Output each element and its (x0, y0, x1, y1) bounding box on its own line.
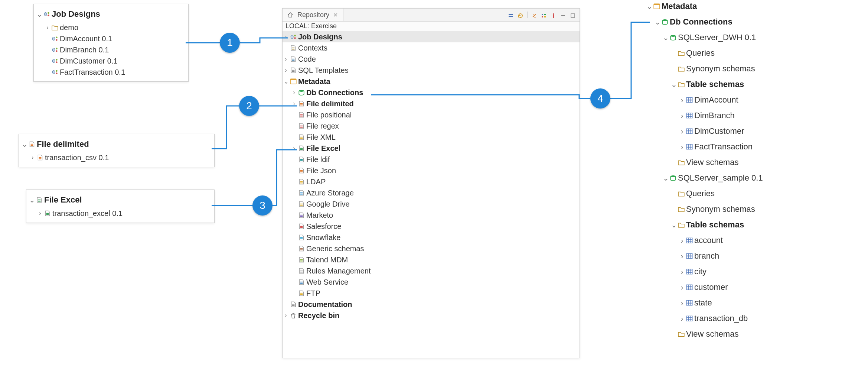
tree-item[interactable]: ›DimAccount (646, 92, 858, 108)
expand-icon[interactable]: ⌄ (29, 195, 35, 204)
expand-icon[interactable]: ⌄ (662, 174, 669, 182)
tree-item[interactable]: Snowflake (283, 232, 580, 243)
tree-item[interactable]: ›DimCustomer (646, 123, 858, 139)
expand-icon[interactable]: › (679, 314, 685, 323)
tree-item[interactable]: ⌄Db Connections (646, 14, 858, 30)
refresh-icon[interactable] (518, 12, 523, 18)
tree-item[interactable]: DimAccount 0.1 (36, 33, 185, 44)
expand-icon[interactable]: › (679, 127, 685, 136)
tree-item[interactable]: ›File delimited (283, 98, 580, 109)
tree-item[interactable]: ›File Excel (283, 143, 580, 154)
tree-item[interactable]: Azure Storage (283, 187, 580, 198)
expand-icon[interactable]: › (679, 143, 685, 151)
expand-icon[interactable]: › (679, 299, 685, 307)
tree-item[interactable]: ›Job Designs (283, 31, 580, 42)
tree-item[interactable]: File ldif (283, 154, 580, 165)
tree-item[interactable]: Web Service (283, 276, 580, 288)
expand-icon[interactable]: ⌄ (670, 220, 677, 229)
tree-item[interactable]: LDAP (283, 176, 580, 187)
expand-icon[interactable]: ⌄ (646, 2, 653, 11)
svg-rect-53 (300, 272, 303, 272)
minimize-icon[interactable] (560, 12, 566, 18)
tree-item[interactable]: Google Drive (283, 198, 580, 210)
expand-icon[interactable]: › (679, 111, 685, 120)
expand-icon[interactable]: ⌄ (36, 10, 43, 19)
expand-icon[interactable]: ⌄ (21, 140, 28, 149)
tree-item[interactable]: ›SQL Templates (283, 65, 580, 76)
tree-item[interactable]: ›demo (36, 22, 185, 33)
tree-item[interactable]: ›customer (646, 279, 858, 295)
close-icon[interactable]: ✕ (333, 12, 338, 19)
tree-item[interactable]: ›branch (646, 248, 858, 264)
expand-icon[interactable]: › (291, 89, 297, 96)
repository-tab[interactable]: Repository ✕ (283, 9, 343, 21)
tree-item[interactable]: Rules Management (283, 265, 580, 276)
expand-icon[interactable]: › (679, 236, 685, 245)
tree-item[interactable]: ›Recycle bin (283, 310, 580, 321)
tree-item[interactable]: ›FactTransaction (646, 139, 858, 155)
tree-item[interactable]: ›state (646, 295, 858, 311)
tree-item[interactable]: ⌄Metadata (283, 76, 580, 87)
expand-icon[interactable]: › (679, 252, 685, 260)
tree-item[interactable]: FactTransaction 0.1 (36, 67, 185, 78)
expand-icon[interactable]: › (29, 154, 36, 161)
svg-rect-43 (300, 216, 303, 217)
tree-item[interactable]: Queries (646, 186, 858, 201)
tree-item[interactable]: File positional (283, 109, 580, 120)
tree-item[interactable]: ›city (646, 264, 858, 279)
tree-item[interactable]: File XML (283, 132, 580, 143)
tree-item[interactable]: ›DimBranch (646, 108, 858, 123)
tree-item[interactable]: Synonym schemas (646, 201, 858, 217)
expand-icon[interactable]: › (679, 283, 685, 292)
expand-icon[interactable]: › (679, 96, 685, 104)
tree-item[interactable]: ⌄Table schemas (646, 77, 858, 92)
expand-icon[interactable]: › (44, 24, 51, 31)
tree-item[interactable]: File regex (283, 120, 580, 132)
expand-icon[interactable]: › (679, 268, 685, 276)
expand-icon[interactable]: › (37, 210, 43, 217)
tree-item[interactable]: ⌄SQLServer_sample 0.1 (646, 170, 858, 186)
expand-icon[interactable]: › (283, 312, 289, 319)
tree-item[interactable]: ⌄Job Designs (36, 6, 185, 22)
activate-icon[interactable] (551, 12, 557, 18)
tree-item[interactable]: ›transaction_csv 0.1 (21, 152, 211, 163)
expand-icon[interactable]: ⌄ (670, 80, 677, 89)
tree-item[interactable]: ⌄File Excel (29, 192, 211, 208)
tree-item[interactable]: Contexts (283, 42, 580, 54)
tree-item[interactable]: DimCustomer 0.1 (36, 55, 185, 67)
tree-item[interactable]: View schemas (646, 155, 858, 170)
link-icon[interactable] (531, 12, 537, 18)
tree-item[interactable]: Documentation (283, 299, 580, 310)
expand-icon[interactable]: › (291, 145, 297, 152)
tree-item[interactable]: ›transaction_excel 0.1 (29, 208, 211, 219)
tree-item[interactable]: ⌄Metadata (646, 0, 858, 14)
tree-item[interactable]: View schemas (646, 326, 858, 342)
tree-item[interactable]: ›transaction_db (646, 311, 858, 326)
tree-item[interactable]: ›Db Connections (283, 87, 580, 98)
tree-item[interactable]: Generic schemas (283, 243, 580, 254)
expand-icon[interactable]: › (283, 33, 289, 40)
tree-item[interactable]: ⌄File delimited (21, 136, 211, 152)
expand-icon[interactable]: › (283, 67, 289, 74)
tree-item[interactable]: Synonym schemas (646, 61, 858, 77)
filter-icon[interactable] (541, 12, 547, 18)
tree-item[interactable]: DimBranch 0.1 (36, 44, 185, 55)
tree-item[interactable]: Queries (646, 45, 858, 61)
expand-icon[interactable]: › (291, 100, 297, 107)
svg-rect-50 (300, 259, 303, 260)
tree-item[interactable]: ›account (646, 233, 858, 248)
expand-icon[interactable]: ⌄ (283, 78, 289, 85)
tree-item[interactable]: Talend MDM (283, 254, 580, 265)
tree-item[interactable]: FTP (283, 288, 580, 299)
expand-icon[interactable]: ⌄ (662, 33, 669, 42)
collapse-icon[interactable] (508, 12, 514, 18)
tree-item[interactable]: File Json (283, 165, 580, 176)
expand-icon[interactable]: › (283, 56, 289, 62)
tree-item[interactable]: ›Code (283, 54, 580, 65)
tree-item[interactable]: ⌄SQLServer_DWH 0.1 (646, 30, 858, 45)
tree-item[interactable]: ⌄Table schemas (646, 217, 858, 233)
expand-icon[interactable]: ⌄ (654, 17, 661, 26)
tree-item[interactable]: Salesforce (283, 221, 580, 232)
maximize-icon[interactable] (570, 12, 576, 18)
tree-item[interactable]: Marketo (283, 210, 580, 221)
